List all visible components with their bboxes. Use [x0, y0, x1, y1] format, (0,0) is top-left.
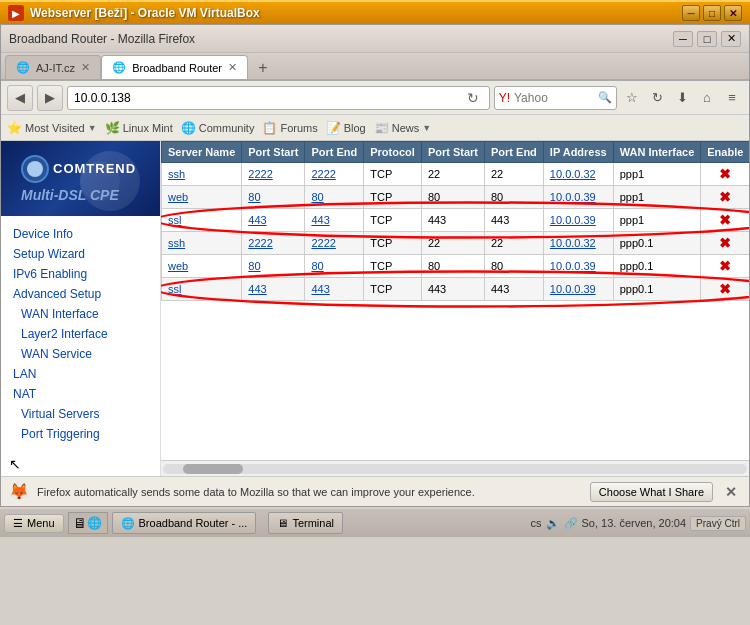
refresh-button[interactable]: ↻ [463, 90, 483, 106]
enable-icon[interactable]: ✖ [719, 212, 731, 228]
enable-icon[interactable]: ✖ [719, 281, 731, 297]
port-end-link[interactable]: 80 [311, 191, 323, 203]
close-notification-button[interactable]: ✕ [721, 484, 741, 500]
enable-icon[interactable]: ✖ [719, 166, 731, 182]
address-input[interactable] [74, 91, 463, 105]
taskbar-item-terminal[interactable]: 🖥 Terminal [268, 512, 343, 534]
server-name-link[interactable]: ssh [168, 237, 185, 249]
bm-most-visited[interactable]: ⭐ Most Visited ▼ [7, 121, 97, 135]
ip-link[interactable]: 10.0.0.32 [550, 237, 596, 249]
sidebar-item-advanced-setup[interactable]: Advanced Setup [1, 284, 160, 304]
sidebar-item-lan[interactable]: LAN [1, 364, 160, 384]
back-button[interactable]: ◀ [7, 85, 33, 111]
port-start-link[interactable]: 443 [248, 214, 266, 226]
col-enable: Enable [701, 142, 749, 163]
vbox-maximize-button[interactable]: □ [703, 5, 721, 21]
taskbar-ctrl-label: Pravý Ctrl [690, 516, 746, 531]
sidebar-item-setup-wizard[interactable]: Setup Wizard [1, 244, 160, 264]
taskbar-menu-button[interactable]: ☰ Menu [4, 514, 64, 533]
community-icon: 🌐 [181, 121, 196, 135]
port-start-link[interactable]: 80 [248, 260, 260, 272]
server-name-link[interactable]: ssh [168, 168, 185, 180]
port-end-link[interactable]: 2222 [311, 237, 335, 249]
ip-link[interactable]: 10.0.0.39 [550, 191, 596, 203]
tab-aj-close[interactable]: ✕ [81, 61, 90, 74]
server-name-link[interactable]: ssl [168, 214, 181, 226]
sidebar-item-port-triggering[interactable]: Port Triggering [1, 424, 160, 444]
bm-linux-mint[interactable]: 🌿 Linux Mint [105, 121, 173, 135]
col-protocol: Protocol [364, 142, 422, 163]
tab-broadband[interactable]: 🌐 Broadband Router ✕ [101, 55, 248, 79]
horizontal-scrollbar[interactable] [161, 460, 749, 476]
firefox-minimize-button[interactable]: ─ [673, 31, 693, 47]
cell-port-start: 443 [242, 278, 305, 301]
taskbar-item-broadband[interactable]: 🌐 Broadband Router - ... [112, 512, 257, 534]
enable-icon[interactable]: ✖ [719, 189, 731, 205]
cell-iface: ppp1 [613, 163, 701, 186]
table-row: ssh22222222TCP222210.0.0.32ppp1✖ [162, 163, 750, 186]
sidebar-item-wan-service[interactable]: WAN Service [1, 344, 160, 364]
port-end-link[interactable]: 2222 [311, 168, 335, 180]
sidebar-item-ipv6[interactable]: IPv6 Enabling [1, 264, 160, 284]
tab-broadband-close[interactable]: ✕ [228, 61, 237, 74]
menu-button[interactable]: ≡ [721, 87, 743, 109]
ip-link[interactable]: 10.0.0.39 [550, 283, 596, 295]
cell-port-start: 2222 [242, 232, 305, 255]
port-start-link[interactable]: 2222 [248, 237, 272, 249]
ip-link[interactable]: 10.0.0.39 [550, 214, 596, 226]
server-name-link[interactable]: web [168, 260, 188, 272]
vbox-minimize-button[interactable]: ─ [682, 5, 700, 21]
forward-button[interactable]: ▶ [37, 85, 63, 111]
cell-port-start: 2222 [242, 163, 305, 186]
sidebar-item-layer2[interactable]: Layer2 Interface [1, 324, 160, 344]
cell-ip: 10.0.0.39 [543, 278, 613, 301]
bm-community-label: Community [199, 122, 255, 134]
port-start-link[interactable]: 2222 [248, 168, 272, 180]
download-button[interactable]: ⬇ [671, 87, 693, 109]
tab-new-button[interactable]: + [252, 57, 274, 79]
choose-share-button[interactable]: Choose What I Share [590, 482, 713, 502]
cell-protocol: TCP [364, 278, 422, 301]
port-end-link[interactable]: 80 [311, 260, 323, 272]
port-end-link[interactable]: 443 [311, 283, 329, 295]
sidebar-item-device-info[interactable]: Device Info [1, 224, 160, 244]
server-name-link[interactable]: ssl [168, 283, 181, 295]
sidebar-item-wan-interface[interactable]: WAN Interface [1, 304, 160, 324]
taskbar-kb-layout: cs [531, 517, 542, 529]
menu-label: Menu [27, 517, 55, 529]
bookmark-star-button[interactable]: ☆ [621, 87, 643, 109]
search-input[interactable] [514, 91, 594, 105]
enable-icon[interactable]: ✖ [719, 235, 731, 251]
cell-port-end: 2222 [305, 163, 364, 186]
linux-mint-icon: 🌿 [105, 121, 120, 135]
scroll-thumb[interactable] [183, 464, 243, 474]
enable-icon[interactable]: ✖ [719, 258, 731, 274]
port-start-link[interactable]: 80 [248, 191, 260, 203]
port-start-link[interactable]: 443 [248, 283, 266, 295]
search-button[interactable]: 🔍 [598, 91, 612, 104]
cell-port-start: 80 [242, 186, 305, 209]
home-button[interactable]: ⌂ [696, 87, 718, 109]
bm-forums[interactable]: 📋 Forums [262, 121, 317, 135]
tab-aj-it[interactable]: 🌐 AJ-IT.cz ✕ [5, 55, 101, 79]
bm-community[interactable]: 🌐 Community [181, 121, 255, 135]
firefox-maximize-button[interactable]: □ [697, 31, 717, 47]
sidebar-item-virtual-servers[interactable]: Virtual Servers [1, 404, 160, 424]
blog-icon: 📝 [326, 121, 341, 135]
news-icon: 📰 [374, 121, 389, 135]
bm-blog[interactable]: 📝 Blog [326, 121, 366, 135]
ip-link[interactable]: 10.0.0.39 [550, 260, 596, 272]
firefox-close-button[interactable]: ✕ [721, 31, 741, 47]
cell-wan-port-end: 22 [485, 232, 544, 255]
ip-link[interactable]: 10.0.0.32 [550, 168, 596, 180]
bm-news[interactable]: 📰 News ▼ [374, 121, 431, 135]
port-end-link[interactable]: 443 [311, 214, 329, 226]
server-name-link[interactable]: web [168, 191, 188, 203]
sidebar-item-nat[interactable]: NAT [1, 384, 160, 404]
vbox-close-button[interactable]: ✕ [724, 5, 742, 21]
status-text: Firefox automatically sends some data to… [37, 486, 582, 498]
cell-wan-port-start: 443 [421, 209, 484, 232]
address-bar[interactable]: ↻ [67, 86, 490, 110]
refresh-page-button[interactable]: ↻ [646, 87, 668, 109]
cell-iface: ppp0.1 [613, 278, 701, 301]
